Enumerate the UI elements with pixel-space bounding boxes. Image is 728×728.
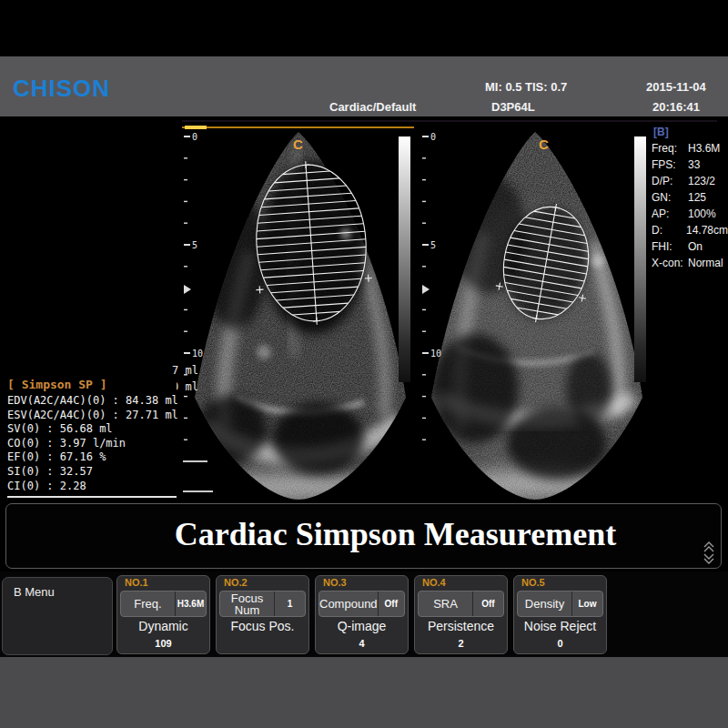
noise-reject-value[interactable]: 0: [514, 638, 606, 649]
exam-preset: Cardiac/Default: [329, 100, 416, 114]
measurement-row-ef: EF(0) : 67.16 %: [7, 450, 177, 465]
system-date: 2015-11-04: [646, 80, 706, 94]
menu-group-2: NO.2 Focus Num 1 Focus Pos.: [216, 575, 309, 654]
focus-pos-button[interactable]: Focus Pos.: [217, 619, 308, 633]
compound-button[interactable]: Compound Off: [318, 591, 405, 617]
divider: [182, 120, 717, 122]
compound-value: Off: [378, 592, 404, 616]
header-bar: CHISON MI: 0.5 TIS: 0.7 2015-11-04 Cardi…: [0, 56, 728, 116]
sra-value: Off: [472, 592, 503, 616]
footer-band: [0, 657, 728, 728]
noise-reject-button[interactable]: Noise Reject: [514, 619, 606, 633]
top-margin: [0, 0, 728, 56]
focus-marker-icon: [422, 285, 430, 294]
param-depth: D:14.78cm: [652, 222, 728, 238]
density-button[interactable]: Density Low: [517, 591, 603, 617]
ruler-label-0: 0: [430, 132, 436, 142]
group-number: NO.3: [323, 577, 347, 588]
trace-volume-label: 7 ml: [172, 364, 198, 377]
measurement-results-panel: [ Simpson SP ] EDV(A2C/A4C)(0) : 84.38 m…: [7, 378, 177, 498]
measurement-row-edv: EDV(A2C/A4C)(0) : 84.38 ml: [7, 394, 177, 409]
measurement-title-bar: Cardiac Simpson Measurement: [5, 503, 722, 569]
measurement-row-si: SI(0) : 32.57: [7, 465, 177, 480]
b-menu-panel[interactable]: B Menu: [2, 577, 113, 655]
group-number: NO.5: [521, 577, 545, 588]
focus-num-value: 1: [274, 592, 305, 616]
measurement-row-co: CO(0) : 3.97 l/min: [7, 437, 177, 451]
soft-menu-bar: B Menu NO.1 Freq. H3.6M Dynamic 109 NO.2…: [0, 571, 728, 657]
orientation-marker: C: [293, 136, 303, 152]
menu-group-5: NO.5 Density Low Noise Reject 0: [513, 575, 607, 654]
param-dp: D/P:123/2: [652, 173, 728, 189]
group-number: NO.4: [422, 577, 446, 588]
grayscale-bar: [634, 136, 646, 382]
freq-button[interactable]: Freq. H3.6M: [120, 591, 207, 617]
mode-indicator: [B]: [653, 126, 728, 138]
system-time: 20:16:41: [652, 100, 700, 114]
mi-tis-readout: MI: 0.5 TIS: 0.7: [485, 80, 567, 94]
probe-model: D3P64L: [491, 100, 535, 114]
param-ap: AP:100%: [652, 206, 728, 222]
density-value: Low: [571, 592, 602, 616]
echo-sector-right: [420, 125, 651, 505]
grayscale-bar: [399, 136, 410, 382]
ruler-label-10: 10: [192, 349, 203, 359]
ruler-label-5: 5: [192, 240, 197, 250]
image-parameters-panel: [B] Freq:H3.6M FPS:33 D/P:123/2 GN:125 A…: [652, 126, 728, 271]
measurement-row-sv: SV(0) : 56.68 ml: [7, 422, 177, 437]
measurement-title: [ Simpson SP ]: [7, 378, 177, 391]
persistence-button[interactable]: Persistence: [415, 619, 507, 633]
measurement-row-esv: ESV(A2C/A4C)(0) : 27.71 ml: [7, 409, 177, 423]
main-display: 0 5 10 C 0 5 10: [0, 116, 728, 571]
sra-button[interactable]: SRA Off: [418, 591, 504, 617]
q-image-button[interactable]: Q-image: [316, 619, 408, 633]
menu-group-1: NO.1 Freq. H3.6M Dynamic 109: [116, 575, 210, 654]
param-gn: GN:125: [652, 189, 728, 206]
measurement-row-ci: CI(0) : 2.28: [7, 480, 177, 494]
param-fhi: FHI:On: [652, 238, 728, 255]
dynamic-button[interactable]: Dynamic: [117, 619, 209, 633]
freq-value: H3.6M: [175, 592, 206, 616]
scan-width-line: [182, 126, 414, 128]
group-number: NO.1: [125, 577, 148, 588]
scroll-up-icon[interactable]: [703, 541, 715, 552]
group-number: NO.2: [224, 577, 248, 588]
focus-num-button[interactable]: Focus Num 1: [219, 591, 306, 617]
persistence-value[interactable]: 2: [415, 638, 507, 649]
ultrasound-image-right[interactable]: 0 5 10 C: [420, 125, 651, 505]
ultrasound-image-left[interactable]: 0 5 10 C: [182, 125, 414, 505]
ruler-label-0: 0: [192, 132, 197, 142]
focus-marker-icon: [184, 285, 191, 294]
menu-group-4: NO.4 SRA Off Persistence 2: [414, 575, 508, 654]
orientation-marker: C: [539, 136, 549, 152]
b-menu-label: B Menu: [14, 585, 55, 599]
ruler-label-10: 10: [430, 349, 441, 359]
brand-logo: CHISON: [13, 75, 110, 103]
ruler-label-5: 5: [430, 240, 436, 250]
dynamic-value[interactable]: 109: [117, 638, 209, 649]
param-fps: FPS:33: [652, 157, 728, 173]
page-title: Cardiac Simpson Measurement: [6, 515, 721, 553]
menu-group-3: NO.3 Compound Off Q-image 4: [315, 575, 409, 654]
param-xcon: X-con:Normal: [652, 255, 728, 271]
scan-width-handle: [185, 126, 207, 129]
param-freq: Freq:H3.6M: [652, 140, 728, 157]
scroll-down-icon[interactable]: [703, 553, 715, 564]
q-image-value[interactable]: 4: [316, 638, 408, 649]
